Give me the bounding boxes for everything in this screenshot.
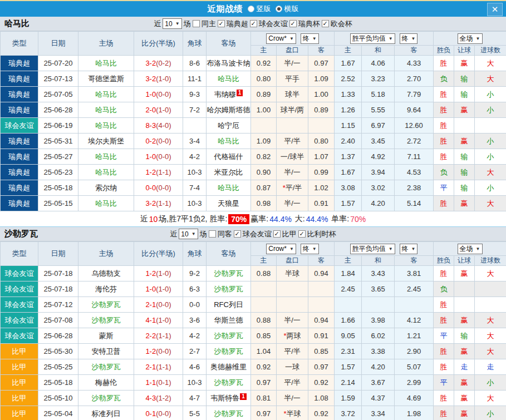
league-checkbox[interactable]: ✓: [234, 230, 241, 238]
sub-header-9: 进球数: [475, 46, 506, 56]
fulltime-select-value: 全场: [460, 244, 473, 254]
home-team: 海伦芬: [78, 281, 134, 297]
layout-radio-vertical[interactable]: 竖版: [248, 4, 271, 14]
avg-draw-odds: 4.20: [362, 359, 395, 375]
bookmaker-select[interactable]: Crow*▼: [266, 244, 296, 254]
crow-away-odds: [308, 297, 335, 313]
match-date: 25-07-18: [38, 266, 78, 281]
league-filter-2[interactable]: ✓比甲: [273, 229, 297, 239]
handicap-line: 半/一: [277, 56, 308, 71]
league-badge: 瑞典超: [1, 180, 38, 196]
score: 1-1(0-1): [134, 375, 183, 391]
handicap-line: 球半/两: [277, 102, 308, 118]
close-button[interactable]: ✕: [487, 3, 503, 16]
match-row: 瑞典超25-05-31埃尔夫斯堡0-2(0-0)3-4哈马比1.09平/半0.8…: [1, 134, 506, 149]
home-team-name: 哈马比: [95, 168, 117, 176]
header-row-groups: 类型日期主场比分(半场)角球客场Crow*▼终▼胜平负均值▼终▼全场▼: [1, 32, 506, 46]
corner-count: 4-2: [183, 149, 207, 165]
fulltime-select[interactable]: 全场▼: [458, 33, 483, 44]
games-label: 场: [200, 229, 207, 239]
away-team: 沙勒罗瓦: [207, 375, 251, 391]
mean-odds-select[interactable]: 胜平负均值▼: [350, 244, 395, 254]
handicap-line: [277, 297, 308, 313]
handicap-rate-value: 44.4%: [269, 215, 292, 224]
corner-count: [183, 118, 207, 134]
final-odds-select-value: 终: [303, 34, 310, 43]
final-odds-select[interactable]: 终▼: [301, 33, 319, 44]
league-filter-3[interactable]: ✓比利时杯: [298, 229, 336, 239]
score: 1-2(0-0): [134, 344, 183, 359]
league-checkbox[interactable]: ✓: [289, 20, 297, 27]
sub-header-1: 主: [251, 256, 277, 266]
away-team-name: 哈马比: [218, 184, 239, 192]
league-checkbox[interactable]: ✓: [250, 20, 257, 27]
final-mean-select[interactable]: 终▼: [400, 244, 418, 254]
league-checkbox[interactable]: ✓: [298, 230, 306, 238]
home-team: 埃尔夫斯堡: [78, 134, 134, 149]
radio-checked-icon[interactable]: [276, 6, 282, 12]
bookmaker-select-value: Crow*: [268, 245, 287, 253]
match-date: 25-05-30: [38, 344, 78, 359]
match-count-select[interactable]: 10▼: [163, 18, 181, 29]
fulltime-score: 2-2: [145, 332, 156, 340]
bookmaker-select[interactable]: Crow*▼: [266, 33, 296, 44]
crow-home-odds: 0.88: [251, 266, 277, 281]
avg-draw-odds: 3.94: [362, 165, 395, 180]
home-team: 索尔纳: [78, 180, 134, 196]
halftime-score: (0-0): [156, 137, 171, 145]
away-team: 哈马比: [207, 71, 251, 87]
chevron-down-icon: ▼: [312, 36, 317, 41]
league-filter-1[interactable]: ✓瑞典超: [218, 19, 248, 29]
corner-count: 5-5: [183, 406, 207, 420]
red-card-badge: 1: [240, 393, 247, 400]
score: 1-0(0-0): [134, 149, 183, 165]
same-venue-toggle[interactable]: 同主: [193, 19, 216, 29]
avg-home-odds: 1.67: [335, 56, 362, 71]
final-odds-select[interactable]: 终▼: [301, 244, 319, 254]
handicap-line: 半/一: [277, 313, 308, 328]
final-mean-select[interactable]: 终▼: [400, 33, 418, 44]
radio-unchecked-icon[interactable]: [248, 6, 254, 12]
home-team: 哈马比: [78, 102, 134, 118]
away-team: 沙勒罗瓦: [207, 281, 251, 297]
league-checkbox[interactable]: ✓: [218, 20, 225, 27]
result-goals: 大: [475, 328, 506, 344]
same-venue-checkbox[interactable]: [209, 230, 216, 238]
home-team: 哈马比: [78, 149, 134, 165]
league-badge: 比甲: [1, 359, 38, 375]
league-checkbox[interactable]: ✓: [273, 230, 281, 238]
fulltime-group-header: 全场▼: [434, 242, 506, 256]
league-badge: 瑞典超: [1, 165, 38, 180]
crow-home-odds: 0.88: [251, 313, 277, 328]
league-filter-4[interactable]: ✓欧会杯: [322, 19, 352, 29]
result-wdl: 胜: [434, 297, 454, 313]
match-row: 球会友谊25-06-19哈马比8-3(4-0)哈宁厄1.156.9712.60胜: [1, 118, 506, 134]
fulltime-select[interactable]: 全场▼: [458, 244, 483, 254]
mean-odds-select[interactable]: 胜平负均值▼: [350, 33, 395, 44]
league-filter-3[interactable]: ✓瑞典杯: [289, 19, 320, 29]
away-team-name: 哈尔姆斯塔德: [207, 106, 250, 114]
avg-away-odds: 5.14: [395, 196, 434, 211]
league-filter-1[interactable]: ✓球会友谊: [234, 229, 272, 239]
league-filter-2[interactable]: ✓球会友谊: [250, 19, 288, 29]
same-venue-checkbox[interactable]: [193, 20, 200, 27]
col-header-5: 角球: [183, 32, 207, 56]
score: 2-2(1-1): [134, 328, 183, 344]
match-date: 25-05-04: [38, 406, 78, 420]
league-filter-label: 球会友谊: [243, 229, 272, 239]
same-venue-toggle[interactable]: 同客: [209, 229, 232, 239]
layout-radio-horizontal[interactable]: 横版: [276, 4, 299, 14]
crow-home-odds: [251, 281, 277, 297]
match-count-select[interactable]: 10▼: [179, 229, 198, 239]
avg-home-odds: 1.33: [335, 87, 362, 102]
away-team: RFC列日: [207, 297, 251, 313]
fulltime-score: 0-0: [145, 184, 156, 192]
avg-away-odds: 1.98: [395, 406, 434, 420]
result-handicap: 赢: [454, 344, 475, 359]
league-checkbox[interactable]: ✓: [322, 20, 329, 27]
home-team: 哈马比: [78, 196, 134, 211]
avg-draw-odds: 3.65: [362, 281, 395, 297]
avg-home-odds: 1.84: [335, 266, 362, 281]
crow-group-controls: Crow*▼终▼: [251, 33, 334, 44]
handicap-line: 平手: [277, 71, 308, 87]
